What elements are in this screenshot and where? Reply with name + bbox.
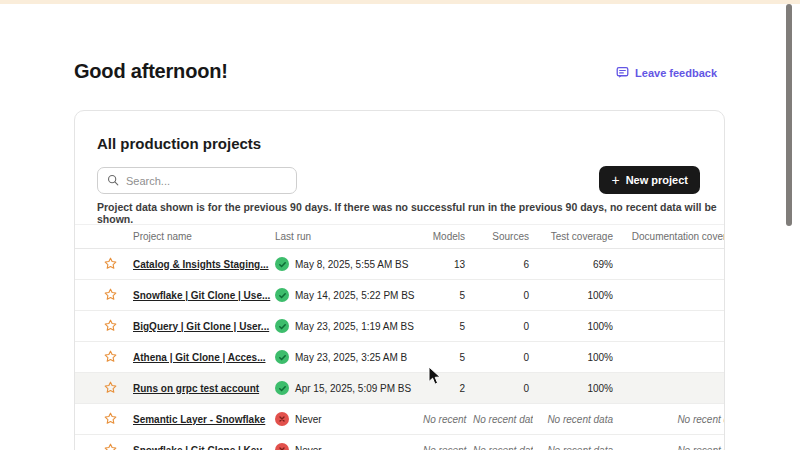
panel-title: All production projects — [97, 135, 261, 152]
last-run-label: Never — [295, 414, 322, 425]
cell-test_coverage: 100% — [533, 373, 617, 404]
cell-sources: 6 — [469, 249, 533, 280]
new-project-label: New project — [626, 174, 688, 186]
page-title: Good afternoon! — [74, 60, 228, 83]
favorite-star-icon[interactable] — [103, 318, 118, 333]
last-run-label: May 8, 2025, 5:55 AM BS — [295, 259, 408, 270]
favorite-star-icon[interactable] — [103, 442, 118, 450]
project-name-link[interactable]: Semantic Layer - Snowflake — [133, 414, 265, 425]
cell-models: 5 — [419, 311, 469, 342]
column-sources[interactable]: Sources — [469, 225, 533, 249]
cell-models: 5 — [419, 280, 469, 311]
cell-doc_coverage: No recent data — [617, 435, 725, 450]
search-icon — [107, 172, 119, 190]
last-run-label: May 14, 2025, 5:22 PM BS — [295, 290, 415, 301]
status-success-icon — [275, 381, 289, 395]
status-success-icon — [275, 257, 289, 271]
project-name-link[interactable]: Snowflake | Git Clone | Key... — [133, 445, 270, 450]
project-search[interactable] — [97, 167, 297, 194]
cell-models: No recent data — [419, 435, 469, 450]
leave-feedback-label: Leave feedback — [635, 67, 717, 79]
cell-doc_coverage — [617, 342, 725, 373]
project-name-link[interactable]: Catalog & Insights Staging... — [133, 259, 269, 270]
table-body: Catalog & Insights Staging... May 8, 202… — [75, 249, 725, 450]
cell-test_coverage: No recent data — [533, 435, 617, 450]
favorite-star-icon[interactable] — [103, 349, 118, 364]
column-test-coverage[interactable]: Test coverage — [533, 225, 617, 249]
favorite-star-icon[interactable] — [103, 380, 118, 395]
column-project-name[interactable]: Project name — [129, 225, 271, 249]
cell-test_coverage: 100% — [533, 311, 617, 342]
cell-sources: 0 — [469, 311, 533, 342]
project-row: Runs on grpc test account Apr 15, 2025, … — [75, 373, 725, 404]
cell-test_coverage: 69% — [533, 249, 617, 280]
cell-doc_coverage — [617, 311, 725, 342]
cell-doc_coverage: No recent data — [617, 404, 725, 435]
project-row: Athena | Git Clone | Acces... May 23, 20… — [75, 342, 725, 373]
cell-test_coverage: 100% — [533, 280, 617, 311]
last-run-label: Never — [295, 445, 322, 450]
favorite-star-icon[interactable] — [103, 287, 118, 302]
projects-table: Project name Last run Models Sources Tes… — [75, 224, 725, 450]
favorite-column-header — [75, 225, 129, 249]
vertical-scrollbar[interactable] — [786, 4, 792, 226]
dashboard-page: Good afternoon! Leave feedback All produ… — [0, 0, 800, 450]
status-success-icon — [275, 350, 289, 364]
favorite-star-icon[interactable] — [103, 256, 118, 271]
cell-models: 2 — [419, 373, 469, 404]
data-range-notice: Project data shown is for the previous 9… — [97, 201, 717, 225]
status-success-icon — [275, 319, 289, 333]
cell-sources: 0 — [469, 342, 533, 373]
column-documentation-coverage[interactable]: Documentation coverage — [617, 225, 725, 249]
column-models[interactable]: Models — [419, 225, 469, 249]
cell-models: 5 — [419, 342, 469, 373]
cell-doc_coverage — [617, 373, 725, 404]
cell-sources: No recent data — [469, 404, 533, 435]
project-row: Catalog & Insights Staging... May 8, 202… — [75, 249, 725, 280]
new-project-button[interactable]: + New project — [599, 166, 700, 194]
cell-doc_coverage — [617, 280, 725, 311]
cell-models: 13 — [419, 249, 469, 280]
search-input[interactable] — [126, 175, 287, 187]
cell-doc_coverage — [617, 249, 725, 280]
favorite-star-icon[interactable] — [103, 411, 118, 426]
cell-sources: 0 — [469, 280, 533, 311]
cell-models: No recent data — [419, 404, 469, 435]
project-row: BigQuery | Git Clone | User... May 23, 2… — [75, 311, 725, 342]
top-accent-bar — [0, 0, 800, 4]
column-last-run[interactable]: Last run — [271, 225, 419, 249]
table-header-row: Project name Last run Models Sources Tes… — [75, 225, 725, 249]
cell-sources: 0 — [469, 373, 533, 404]
project-row: Snowflake | Git Clone | Use... May 14, 2… — [75, 280, 725, 311]
status-never-icon — [275, 443, 289, 450]
feedback-icon — [616, 66, 629, 79]
status-success-icon — [275, 288, 289, 302]
projects-panel: All production projects + New project Pr… — [74, 110, 725, 450]
last-run-label: May 23, 2025, 3:25 AM B — [295, 352, 407, 363]
status-never-icon — [275, 412, 289, 426]
last-run-label: May 23, 2025, 1:19 AM BS — [295, 321, 414, 332]
last-run-label: Apr 15, 2025, 5:09 PM BS — [295, 383, 411, 394]
project-name-link[interactable]: Snowflake | Git Clone | Use... — [133, 290, 270, 301]
project-name-link[interactable]: Runs on grpc test account — [133, 383, 259, 394]
cell-test_coverage: 100% — [533, 342, 617, 373]
cell-test_coverage: No recent data — [533, 404, 617, 435]
project-row: Snowflake | Git Clone | Key... Never No … — [75, 435, 725, 450]
project-name-link[interactable]: BigQuery | Git Clone | User... — [133, 321, 269, 332]
cell-sources: No recent data — [469, 435, 533, 450]
project-name-link[interactable]: Athena | Git Clone | Acces... — [133, 352, 265, 363]
project-row: Semantic Layer - Snowflake Never No rece… — [75, 404, 725, 435]
leave-feedback-link[interactable]: Leave feedback — [616, 66, 717, 79]
plus-icon: + — [611, 173, 619, 187]
